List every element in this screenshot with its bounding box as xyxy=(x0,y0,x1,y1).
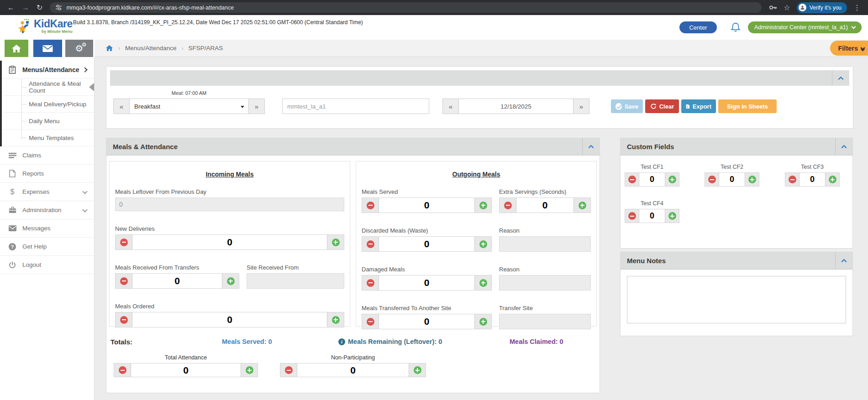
test-cf3-stepper-value[interactable]: 0 xyxy=(799,173,826,186)
meals-received-transfers-stepper-increment-button[interactable] xyxy=(222,274,239,288)
test-cf1-stepper-increment-button[interactable] xyxy=(665,173,679,186)
damaged-meals-stepper-value[interactable]: 0 xyxy=(379,275,475,290)
plus-icon xyxy=(748,176,756,183)
previous-date-button[interactable]: « xyxy=(442,99,459,114)
export-button[interactable]: x Export xyxy=(681,99,716,113)
new-deliveries-stepper-value[interactable]: 0 xyxy=(132,235,327,249)
totals-row: Totals: Meals Served: 0 i Meals Remainin… xyxy=(106,338,600,348)
next-date-button[interactable]: » xyxy=(573,99,589,114)
minus-icon xyxy=(708,176,716,183)
sidebar-item-label: Attendance & Meal Count xyxy=(29,80,94,94)
verify-profile-button[interactable]: Verify it's you xyxy=(797,2,847,13)
bookmark-star-icon[interactable]: ☆ xyxy=(784,4,790,11)
total-attendance-stepper-decrement-button[interactable] xyxy=(114,364,131,377)
discarded-meals-stepper-increment-button[interactable] xyxy=(475,237,491,251)
test-cf3-stepper-decrement-button[interactable] xyxy=(785,173,799,186)
meals-transferred-stepper-decrement-button[interactable] xyxy=(362,314,379,329)
browser-forward-icon[interactable]: → xyxy=(22,4,29,11)
non-participating-stepper-value[interactable]: 0 xyxy=(297,364,409,377)
test-cf2-stepper-decrement-button[interactable] xyxy=(705,173,719,186)
breadcrumb-menus-attendance[interactable]: Menus/Attendance xyxy=(125,45,177,52)
meals-received-transfers-stepper-decrement-button[interactable] xyxy=(116,274,132,288)
new-deliveries-stepper-decrement-button[interactable] xyxy=(116,235,132,249)
menu-notes-collapse-button[interactable] xyxy=(835,252,852,269)
new-deliveries-stepper-increment-button[interactable] xyxy=(327,235,344,249)
meals-transferred-stepper-value[interactable]: 0 xyxy=(379,314,475,329)
date-input[interactable] xyxy=(459,99,573,114)
sidebar-item-menus-attendance[interactable]: Menus/Attendance xyxy=(0,61,94,79)
extra-servings-stepper-decrement-button[interactable] xyxy=(500,198,516,213)
kidkare-logo: KidKare by Minute Menu xyxy=(17,18,73,35)
extra-servings-stepper-value[interactable]: 0 xyxy=(516,198,574,213)
sidebar-item-meal-delivery-pickup[interactable]: Meal Delivery/Pickup xyxy=(0,96,94,113)
meals-ordered-stepper-increment-button[interactable] xyxy=(327,312,344,327)
previous-meal-button[interactable]: « xyxy=(113,99,130,114)
damaged-meals-stepper-increment-button[interactable] xyxy=(475,275,491,290)
address-bar[interactable]: mmqa3-foodprogram.kidkare.com/#/cx-aras-… xyxy=(50,2,762,13)
tab-home[interactable] xyxy=(5,40,28,57)
test-cf2-stepper-value[interactable]: 0 xyxy=(719,173,745,186)
meals-collapse-button[interactable] xyxy=(582,138,600,155)
sidebar-item-claims[interactable]: Claims xyxy=(0,146,94,165)
meals-ordered-stepper-decrement-button[interactable] xyxy=(116,312,132,327)
non-participating-stepper-increment-button[interactable] xyxy=(409,364,426,377)
damaged-meals-stepper-decrement-button[interactable] xyxy=(362,275,379,290)
extra-servings-stepper-increment-button[interactable] xyxy=(574,198,590,213)
menu-notes-textarea[interactable] xyxy=(627,276,846,323)
test-cf1-stepper-decrement-button[interactable] xyxy=(625,173,639,186)
sidebar-item-reports[interactable]: Reports xyxy=(0,165,94,183)
sidebar-item-administration[interactable]: Administration xyxy=(0,201,94,219)
field-label: Discarded Meals (Waste) xyxy=(362,227,492,234)
totals-label: Totals: xyxy=(110,338,132,346)
meals-ordered-stepper-value[interactable]: 0 xyxy=(132,312,327,327)
center-button[interactable]: Center xyxy=(679,21,717,33)
tab-messages[interactable] xyxy=(33,40,62,57)
sign-in-sheets-button[interactable]: Sign in Sheets xyxy=(718,99,777,113)
meals-transferred-stepper-increment-button[interactable] xyxy=(475,314,491,329)
total-attendance-stepper-increment-button[interactable] xyxy=(241,364,258,377)
discarded-meals-stepper-value[interactable]: 0 xyxy=(379,237,475,251)
sidebar-item-daily-menu[interactable]: Daily Menu xyxy=(0,113,94,130)
next-meal-button[interactable]: » xyxy=(248,99,265,114)
browser-reload-icon[interactable]: ↻ xyxy=(37,4,42,11)
test-cf4-stepper-decrement-button[interactable] xyxy=(625,209,639,223)
sidebar-item-get-help[interactable]: ? Get Help xyxy=(0,238,94,256)
total-attendance-stepper-value[interactable]: 0 xyxy=(131,364,241,377)
tab-settings[interactable]: ⚙⚙ xyxy=(65,40,93,57)
meals-received-transfers-stepper-value[interactable]: 0 xyxy=(132,274,222,288)
save-button[interactable]: Save xyxy=(611,99,643,113)
custom-fields-collapse-button[interactable] xyxy=(835,138,852,155)
test-cf3-stepper-increment-button[interactable] xyxy=(826,173,839,186)
browser-menu-kebab-icon[interactable]: ⋮ xyxy=(853,4,861,11)
notifications-bell-icon[interactable] xyxy=(731,21,741,34)
filters-button[interactable]: Filters xyxy=(830,41,868,56)
sidebar-item-messages[interactable]: Messages xyxy=(0,219,94,238)
sidebar-item-expenses[interactable]: $ Expenses xyxy=(0,183,94,201)
meals-served-stepper-decrement-button[interactable] xyxy=(362,198,379,213)
site-input[interactable] xyxy=(282,99,429,114)
filter-collapse-button[interactable] xyxy=(832,70,849,86)
plus-icon xyxy=(332,239,340,246)
test-cf4-stepper-value[interactable]: 0 xyxy=(639,209,665,223)
panel-title: Menu Notes xyxy=(621,257,666,265)
meal-select[interactable]: Breakfast xyxy=(130,99,248,114)
breadcrumb-home-icon[interactable] xyxy=(105,45,113,52)
non-participating-stepper-decrement-button[interactable] xyxy=(280,364,297,377)
field-label: Reason xyxy=(499,266,591,273)
discarded-meals-stepper-decrement-button[interactable] xyxy=(362,237,379,251)
test-cf2-stepper-increment-button[interactable] xyxy=(745,173,759,186)
sidebar-item-logout[interactable]: Logout xyxy=(0,256,94,274)
meals-served-stepper-value[interactable]: 0 xyxy=(379,198,475,213)
account-dropdown-button[interactable]: Administrator Center (mmtest_la_a1) xyxy=(748,21,862,33)
site-settings-icon[interactable] xyxy=(55,4,62,11)
test-cf1-stepper-value[interactable]: 0 xyxy=(639,173,665,186)
test-cf4-stepper-increment-button[interactable] xyxy=(665,209,679,223)
password-key-icon[interactable] xyxy=(769,4,777,11)
sidebar-item-attendance-meal-count[interactable]: Attendance & Meal Count xyxy=(0,79,94,96)
clear-button[interactable]: Clear xyxy=(645,99,679,113)
meals-served-stepper-increment-button[interactable] xyxy=(475,198,491,213)
sidebar-item-menu-templates[interactable]: Menu Templates xyxy=(0,130,94,146)
browser-back-icon[interactable]: ← xyxy=(7,4,15,11)
minus-icon xyxy=(367,240,374,248)
field-label: Damaged Meals xyxy=(362,266,492,273)
